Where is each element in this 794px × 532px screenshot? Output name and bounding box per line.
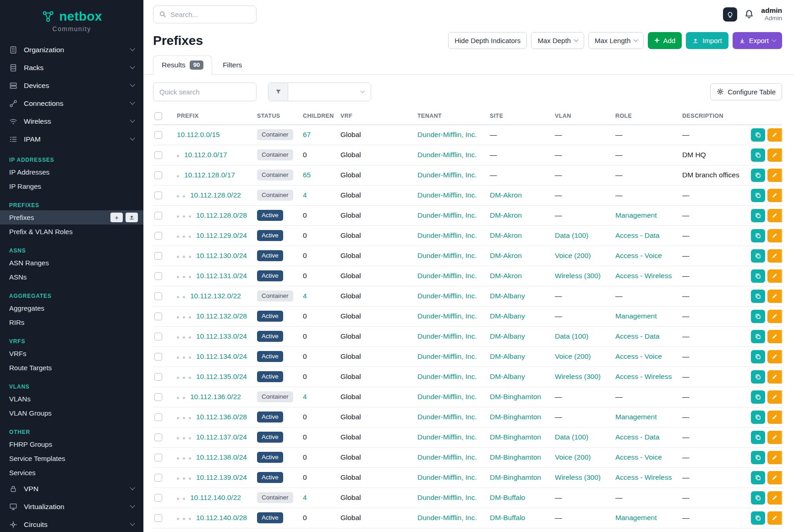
column-header-children[interactable]: CHILDREN (298, 108, 336, 125)
sidebar-item-prefix-vlan-roles[interactable]: Prefix & VLAN Roles (0, 225, 143, 239)
copy-button[interactable] (751, 491, 765, 505)
column-header-vrf[interactable]: VRF (336, 108, 413, 125)
tenant-link[interactable]: Dunder-Mifflin, Inc. (417, 373, 477, 380)
edit-button[interactable] (767, 209, 781, 222)
role-link[interactable]: Access - Data (615, 231, 659, 239)
tenant-link[interactable]: Dunder-Mifflin, Inc. (417, 413, 477, 421)
site-link[interactable]: DM-Albany (490, 332, 525, 340)
tenant-link[interactable]: Dunder-Mifflin, Inc. (417, 433, 477, 441)
children-link[interactable]: 4 (303, 191, 307, 199)
tenant-link[interactable]: Dunder-Mifflin, Inc. (417, 393, 477, 400)
row-checkbox[interactable] (154, 494, 162, 502)
row-checkbox[interactable] (154, 131, 162, 139)
sidebar-item-circuits[interactable]: Circuits (0, 516, 143, 532)
sidebar-item-vrfs[interactable]: VRFs (0, 346, 143, 361)
role-link[interactable]: Access - Wireless (615, 272, 672, 280)
tenant-link[interactable]: Dunder-Mifflin, Inc. (417, 252, 477, 259)
site-link[interactable]: DM-Akron (490, 211, 522, 219)
copy-button[interactable] (751, 451, 765, 464)
copy-button[interactable] (751, 390, 765, 404)
edit-button[interactable] (767, 269, 781, 283)
brand[interactable]: netbox Community (0, 0, 143, 35)
edit-dropdown-button[interactable] (781, 511, 782, 525)
tenant-link[interactable]: Dunder-Mifflin, Inc. (417, 231, 477, 239)
tenant-link[interactable]: Dunder-Mifflin, Inc. (417, 332, 477, 340)
edit-button[interactable] (767, 411, 781, 424)
site-link[interactable]: DM-Akron (490, 252, 522, 259)
notifications-button[interactable] (744, 9, 754, 19)
vlan-link[interactable]: Wireless (300) (555, 473, 601, 481)
prefix-link[interactable]: 10.112.130.0/24 (196, 252, 247, 259)
vlan-link[interactable]: Data (100) (555, 332, 588, 340)
row-checkbox[interactable] (154, 151, 162, 159)
vlan-link[interactable]: Voice (200) (555, 453, 591, 461)
copy-button[interactable] (751, 249, 765, 263)
tenant-link[interactable]: Dunder-Mifflin, Inc. (417, 211, 477, 219)
copy-button[interactable] (751, 370, 765, 384)
sidebar-item-vlans[interactable]: VLANs (0, 392, 143, 406)
prefix-link[interactable]: 10.112.140.0/22 (190, 494, 241, 501)
edit-button[interactable] (767, 229, 781, 242)
vlan-link[interactable]: Data (100) (555, 231, 588, 239)
add-button[interactable]: + Add (648, 32, 682, 49)
site-link[interactable]: DM-Albany (490, 312, 525, 320)
sidebar-item-asns[interactable]: ASNs (0, 270, 143, 284)
column-header-description[interactable]: DESCRIPTION (678, 108, 746, 125)
edit-dropdown-button[interactable] (781, 431, 782, 444)
children-link[interactable]: 4 (303, 494, 307, 501)
prefix-link[interactable]: 10.112.129.0/24 (196, 231, 247, 239)
prefix-link[interactable]: 10.112.134.0/24 (196, 352, 247, 360)
site-link[interactable]: DM-Akron (490, 191, 522, 199)
role-link[interactable]: Access - Wireless (615, 473, 672, 481)
children-link[interactable]: 67 (303, 131, 311, 138)
copy-button[interactable] (751, 229, 765, 242)
role-link[interactable]: Access - Data (615, 433, 659, 441)
site-link[interactable]: DM-Binghamton (490, 473, 541, 481)
copy-button[interactable] (751, 209, 765, 222)
site-link[interactable]: DM-Binghamton (490, 413, 541, 421)
row-checkbox[interactable] (154, 454, 162, 461)
tenant-link[interactable]: Dunder-Mifflin, Inc. (417, 171, 477, 179)
copy-button[interactable] (751, 330, 765, 343)
site-link[interactable]: DM-Akron (490, 272, 522, 280)
configure-table-button[interactable]: Configure Table (710, 83, 782, 100)
site-link[interactable]: DM-Binghamton (490, 393, 541, 400)
edit-dropdown-button[interactable] (781, 390, 782, 404)
edit-button[interactable] (767, 189, 781, 202)
tenant-link[interactable]: Dunder-Mifflin, Inc. (417, 473, 477, 481)
prefix-link[interactable]: 10.112.139.0/24 (196, 473, 247, 481)
row-checkbox[interactable] (154, 413, 162, 421)
vlan-link[interactable]: Voice (200) (555, 252, 591, 259)
prefix-link[interactable]: 10.112.137.0/24 (196, 433, 247, 441)
edit-dropdown-button[interactable] (781, 411, 782, 424)
max-depth-dropdown[interactable]: Max Depth (531, 32, 584, 49)
vlan-link[interactable]: Voice (200) (555, 352, 591, 360)
select-all-checkbox[interactable] (154, 112, 162, 120)
sidebar-item-route-targets[interactable]: Route Targets (0, 361, 143, 375)
edit-button[interactable] (767, 290, 781, 303)
edit-button[interactable] (767, 128, 781, 142)
user-menu[interactable]: admin Admin (761, 6, 782, 22)
tenant-link[interactable]: Dunder-Mifflin, Inc. (417, 514, 477, 521)
prefix-link[interactable]: 10.112.136.0/28 (196, 413, 247, 421)
sidebar-item-connections[interactable]: Connections (0, 94, 143, 112)
row-checkbox[interactable] (154, 433, 162, 441)
sidebar-item-ipam[interactable]: IPAM (0, 130, 143, 148)
site-link[interactable]: DM-Albany (490, 373, 525, 380)
row-checkbox[interactable] (154, 232, 162, 240)
prefix-link[interactable]: 10.112.0.0/17 (184, 151, 227, 159)
global-search[interactable] (153, 5, 257, 23)
edit-button[interactable] (767, 451, 781, 464)
row-checkbox[interactable] (154, 252, 162, 260)
sidebar-item-ip-ranges[interactable]: IP Ranges (0, 179, 143, 193)
site-link[interactable]: DM-Binghamton (490, 453, 541, 461)
prefix-link[interactable]: 10.112.131.0/24 (196, 272, 247, 280)
role-link[interactable]: Management (615, 211, 657, 219)
prefix-link[interactable]: 10.112.138.0/24 (196, 453, 247, 461)
prefix-link[interactable]: 10.112.132.0/28 (196, 312, 247, 320)
role-link[interactable]: Management (615, 413, 657, 421)
edit-dropdown-button[interactable] (781, 290, 782, 303)
max-length-dropdown[interactable]: Max Length (588, 32, 644, 49)
column-header-tenant[interactable]: TENANT (413, 108, 485, 125)
copy-button[interactable] (751, 310, 765, 323)
